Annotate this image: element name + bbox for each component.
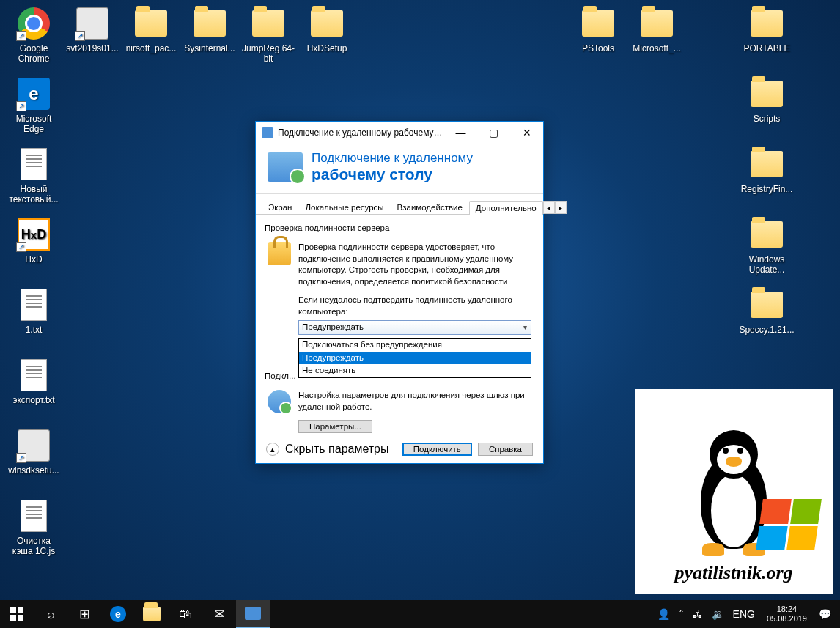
store-taskbar-icon[interactable]: 🛍 bbox=[169, 600, 202, 628]
icon-label: svt2019s01... bbox=[66, 43, 118, 53]
icon-label: JumpReg 64-bit bbox=[240, 43, 296, 64]
tab-3[interactable]: Дополнительно bbox=[469, 201, 543, 215]
connect-button[interactable]: Подключить bbox=[402, 443, 472, 456]
desktop-icon[interactable]: PSTools bbox=[570, 6, 626, 53]
search-button[interactable]: ⌕ bbox=[34, 600, 67, 628]
desktop-icon[interactable]: HxD↗HxD bbox=[6, 217, 62, 265]
desktop-icon[interactable]: Speccy.1.21... bbox=[739, 287, 795, 335]
auth-dropdown: Подключаться без предупрежденияПредупреж… bbox=[298, 338, 531, 378]
icon-label: nirsoft_pac... bbox=[126, 43, 177, 53]
watermark-image: pyatilistnik.org bbox=[635, 389, 833, 594]
window-header: Подключение к удаленному рабочему столу bbox=[256, 144, 543, 194]
volume-icon[interactable]: 🔉 bbox=[707, 608, 729, 620]
tab-2[interactable]: Взаимодействие bbox=[391, 200, 469, 214]
icon-label: Google Chrome bbox=[6, 43, 62, 64]
desktop-icon[interactable]: JumpReg 64-bit bbox=[240, 6, 296, 64]
window-footer: ▴ Скрыть параметры Подключить Справка bbox=[256, 435, 543, 463]
icon-label: Очистка кэша 1C.js bbox=[6, 536, 62, 556]
desktop-icon[interactable]: Очистка кэша 1C.js bbox=[6, 498, 62, 556]
group-gateway: Настройка параметров для подключения чер… bbox=[266, 385, 533, 436]
icon-label: Speccy.1.21... bbox=[739, 325, 794, 335]
rdp-logo-icon bbox=[268, 152, 303, 182]
svg-rect-3 bbox=[18, 615, 23, 621]
group-server-auth: Проверка подлинности сервера удостоверяе… bbox=[266, 237, 533, 338]
desktop-icon[interactable]: RegistryFin... bbox=[739, 147, 795, 194]
desktop-icon[interactable]: 1.txt bbox=[6, 287, 62, 335]
taskbar[interactable]: ⌕ ⊞ e 🛍 ✉ 👤 ˄ 🖧 🔉 ENG 18:24 05.08.2019 💬 bbox=[0, 600, 840, 628]
desktop-icon[interactable]: HxDSetup bbox=[299, 6, 355, 53]
icon-label: HxD bbox=[25, 254, 42, 265]
icon-label: 1.txt bbox=[26, 325, 43, 335]
desktop-icon[interactable]: Windows Update... bbox=[739, 217, 795, 275]
icon-label: Новый текстовый... bbox=[6, 184, 62, 204]
minimize-button[interactable]: — bbox=[444, 122, 477, 144]
window-title: Подключение к удаленному рабочему с... bbox=[278, 128, 444, 138]
windows-flag-icon bbox=[756, 499, 822, 550]
icon-label: Microsoft_... bbox=[633, 43, 680, 53]
language-indicator[interactable]: ENG bbox=[729, 608, 759, 620]
desktop-icon[interactable]: Scripts bbox=[739, 76, 795, 124]
mail-taskbar-icon[interactable]: ✉ bbox=[202, 600, 236, 628]
tab-0[interactable]: Экран bbox=[262, 200, 298, 214]
network-icon[interactable]: 🖧 bbox=[688, 608, 707, 620]
icon-label: winsdksetu... bbox=[8, 465, 59, 476]
dropdown-option[interactable]: Не соединять bbox=[299, 364, 531, 377]
people-icon[interactable]: 👤 bbox=[653, 608, 674, 620]
system-tray: 👤 ˄ 🖧 🔉 ENG 18:24 05.08.2019 💬 bbox=[653, 600, 840, 628]
clock-date: 05.08.2019 bbox=[767, 614, 807, 624]
close-button[interactable]: ✕ bbox=[510, 122, 543, 144]
desktop-icon[interactable]: Sysinternal... bbox=[182, 6, 237, 53]
edge-taskbar-icon[interactable]: e bbox=[101, 600, 135, 628]
notifications-icon[interactable]: 💬 bbox=[814, 608, 836, 620]
clock[interactable]: 18:24 05.08.2019 bbox=[759, 605, 814, 624]
show-desktop-button[interactable] bbox=[836, 600, 840, 628]
header-line1: Подключение к удаленному bbox=[312, 151, 473, 166]
group1-text: Проверка подлинности сервера удостоверяе… bbox=[298, 242, 531, 287]
titlebar[interactable]: Подключение к удаленному рабочему с... —… bbox=[256, 122, 543, 144]
help-button[interactable]: Справка bbox=[478, 443, 533, 456]
tab-scroll-right[interactable]: ▸ bbox=[555, 201, 567, 214]
desktop-icon[interactable]: ↗winsdksetu... bbox=[6, 428, 62, 476]
rdp-icon bbox=[262, 127, 273, 138]
header-line2: рабочему столу bbox=[312, 166, 473, 183]
collapse-label[interactable]: Скрыть параметры bbox=[285, 443, 389, 456]
group2-text: Настройка параметров для подключения чер… bbox=[298, 390, 531, 413]
lock-icon bbox=[268, 242, 291, 265]
maximize-button[interactable]: ▢ bbox=[477, 122, 510, 144]
icon-label: RegistryFin... bbox=[741, 184, 793, 194]
svg-rect-1 bbox=[18, 607, 23, 613]
rdp-window: Подключение к удаленному рабочему с... —… bbox=[255, 121, 544, 464]
tray-chevron-icon[interactable]: ˄ bbox=[674, 608, 688, 620]
collapse-button[interactable]: ▴ bbox=[266, 443, 279, 456]
watermark-text: pyatilistnik.org bbox=[674, 556, 792, 594]
desktop-icon[interactable]: nirsoft_pac... bbox=[123, 6, 179, 53]
svg-rect-0 bbox=[10, 607, 16, 613]
auth-combo[interactable]: Предупреждать bbox=[298, 320, 531, 335]
taskview-button[interactable]: ⊞ bbox=[67, 600, 101, 628]
icon-label: PSTools bbox=[582, 43, 614, 53]
desktop-icon[interactable]: PORTABLE bbox=[739, 6, 795, 53]
desktop-icon[interactable]: ↗Google Chrome bbox=[6, 6, 62, 64]
gateway-params-button[interactable]: Параметры... bbox=[298, 420, 372, 433]
icon-label: Sysinternal... bbox=[184, 43, 235, 53]
start-button[interactable] bbox=[0, 600, 34, 628]
dropdown-option[interactable]: Предупреждать bbox=[299, 352, 531, 365]
icon-label: PORTABLE bbox=[744, 43, 790, 53]
rdp-taskbar-icon[interactable] bbox=[236, 600, 270, 628]
desktop-icon[interactable]: Microsoft_... bbox=[629, 6, 685, 53]
desktop-icon[interactable]: экспорт.txt bbox=[6, 358, 62, 405]
desktop-icon[interactable]: Новый текстовый... bbox=[6, 147, 62, 204]
desktop-icon[interactable]: ↗svt2019s01... bbox=[65, 6, 120, 53]
explorer-taskbar-icon[interactable] bbox=[135, 600, 169, 628]
icon-label: экспорт.txt bbox=[12, 395, 54, 405]
tab-scroll-left[interactable]: ◂ bbox=[543, 201, 555, 214]
group1-title: Проверка подлинности сервера bbox=[263, 221, 536, 237]
clock-time: 18:24 bbox=[767, 605, 807, 614]
icon-label: Windows Update... bbox=[739, 254, 795, 275]
tab-row: ЭкранЛокальные ресурсыВзаимодействиеДопо… bbox=[256, 194, 543, 215]
group1-prompt: Если неудалось подтвердить подлинность у… bbox=[298, 295, 531, 317]
desktop-icon[interactable]: e↗Microsoft Edge bbox=[6, 76, 62, 134]
tab-1[interactable]: Локальные ресурсы bbox=[298, 200, 390, 214]
icon-label: Scripts bbox=[754, 114, 781, 124]
dropdown-option[interactable]: Подключаться без предупреждения bbox=[299, 339, 531, 352]
